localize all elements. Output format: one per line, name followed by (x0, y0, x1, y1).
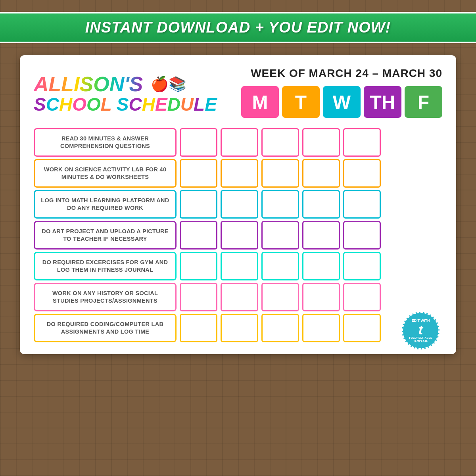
task-label-1: READ 30 MINUTES & ANSWER COMPREHENSION Q… (34, 128, 177, 157)
table-row: DO REQUIRED EXCERCISES FOR GYM AND LOG T… (34, 252, 442, 280)
check-cell[interactable] (302, 190, 340, 219)
table-row: WORK ON ANY HISTORY OR SOCIAL STUDIES PR… (34, 283, 442, 311)
check-cell[interactable] (221, 221, 258, 250)
table-row: LOG INTO MATH LEARNING PLATFORM AND DO A… (34, 190, 442, 219)
task-label-6: WORK ON ANY HISTORY OR SOCIAL STUDIES PR… (34, 283, 177, 311)
templett-badge: EDIT WITH t FULLY EDITABLE TEMPLATE (402, 312, 440, 349)
task-label-2: WORK ON SCIENCE ACTIVITY LAB FOR 40 MINU… (34, 159, 177, 188)
check-cell[interactable] (343, 252, 381, 280)
check-cell[interactable] (343, 314, 381, 342)
check-cell[interactable] (221, 159, 258, 188)
week-block: WEEK OF MARCH 24 – MARCH 30 M T W TH F (217, 67, 442, 120)
schedule-card: ALLISON'S 🍎📚 SCHOOL SCHEDULE WEEK OF MAR… (20, 55, 456, 354)
check-cell[interactable] (261, 221, 299, 250)
check-cell[interactable] (343, 283, 381, 311)
day-header-wed: W (323, 86, 361, 118)
top-banner: INSTANT DOWNLOAD + YOU EDIT NOW! (0, 12, 476, 43)
banner-text: INSTANT DOWNLOAD + YOU EDIT NOW! (85, 19, 391, 36)
check-cell[interactable] (261, 314, 299, 342)
day-header-mon: M (241, 86, 279, 118)
check-cell[interactable] (261, 190, 299, 219)
badge-t-letter: t (418, 323, 423, 336)
name-title: ALLISON'S (34, 74, 143, 94)
check-cell[interactable] (221, 314, 258, 342)
check-cell[interactable] (180, 128, 217, 157)
check-cell[interactable] (343, 221, 381, 250)
check-cell[interactable] (261, 159, 299, 188)
check-cell[interactable] (180, 221, 217, 250)
check-cell[interactable] (261, 283, 299, 311)
day-header-tue: T (282, 86, 320, 118)
check-cell[interactable] (302, 283, 340, 311)
check-cell[interactable] (302, 314, 340, 342)
title-block: ALLISON'S 🍎📚 SCHOOL SCHEDULE (34, 74, 217, 113)
task-label-3: LOG INTO MATH LEARNING PLATFORM AND DO A… (34, 190, 177, 219)
check-cell[interactable] (180, 314, 217, 342)
check-cell[interactable] (221, 283, 258, 311)
check-cell[interactable] (302, 221, 340, 250)
check-cell[interactable] (180, 159, 217, 188)
check-cell[interactable] (302, 252, 340, 280)
header-icons: 🍎📚 (151, 77, 186, 91)
check-cell[interactable] (343, 190, 381, 219)
header-row: ALLISON'S 🍎📚 SCHOOL SCHEDULE WEEK OF MAR… (34, 67, 442, 120)
week-text: WEEK OF MARCH 24 – MARCH 30 (229, 67, 442, 80)
task-label-7: DO REQUIRED CODING/COMPUTER LAB ASSIGNME… (34, 314, 177, 342)
check-cell[interactable] (261, 128, 299, 157)
table-row: DO REQUIRED CODING/COMPUTER LAB ASSIGNME… (34, 314, 442, 342)
check-cell[interactable] (343, 159, 381, 188)
table-row: DO ART PROJECT AND UPLOAD A PICTURE TO T… (34, 221, 442, 250)
badge-bottom-text: FULLY EDITABLE TEMPLATE (405, 336, 436, 343)
check-cell[interactable] (221, 252, 258, 280)
task-label-4: DO ART PROJECT AND UPLOAD A PICTURE TO T… (34, 221, 177, 250)
day-header-thu: TH (364, 86, 401, 118)
check-cell[interactable] (221, 128, 258, 157)
task-grid: READ 30 MINUTES & ANSWER COMPREHENSION Q… (34, 128, 442, 342)
check-cell[interactable] (302, 159, 340, 188)
check-cell[interactable] (261, 252, 299, 280)
day-header-fri: F (405, 86, 442, 118)
schedule-title: SCHOOL SCHEDULE (34, 95, 217, 113)
table-row: READ 30 MINUTES & ANSWER COMPREHENSION Q… (34, 128, 442, 157)
task-label-5: DO REQUIRED EXCERCISES FOR GYM AND LOG T… (34, 252, 177, 280)
check-cell[interactable] (180, 190, 217, 219)
check-cell[interactable] (302, 128, 340, 157)
check-cell[interactable] (180, 252, 217, 280)
table-row: WORK ON SCIENCE ACTIVITY LAB FOR 40 MINU… (34, 159, 442, 188)
check-cell[interactable] (180, 283, 217, 311)
check-cell[interactable] (221, 190, 258, 219)
check-cell[interactable] (343, 128, 381, 157)
